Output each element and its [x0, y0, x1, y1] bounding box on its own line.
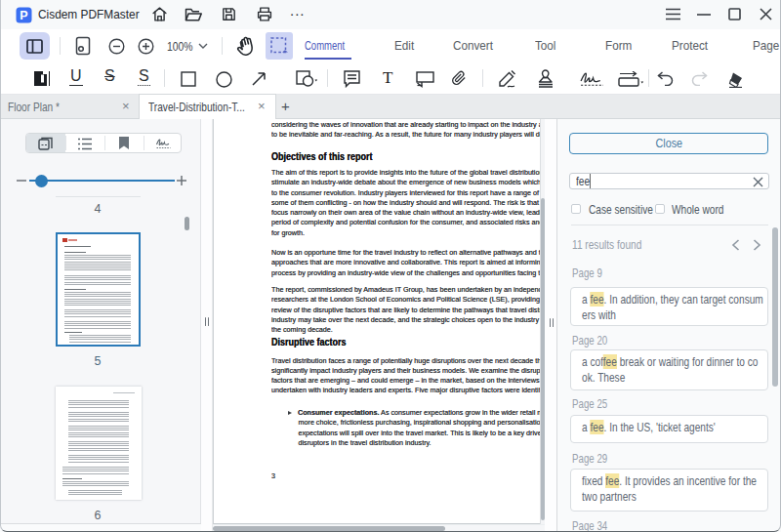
svg-text:P: P — [20, 9, 27, 22]
